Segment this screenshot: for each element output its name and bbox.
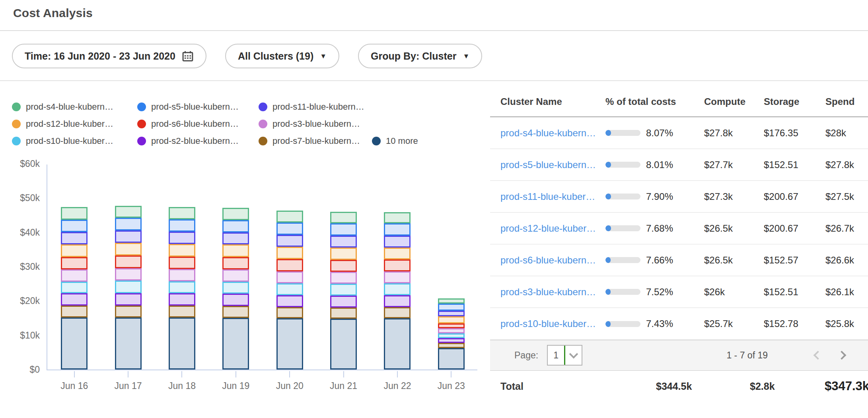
bar-segment[interactable] xyxy=(169,232,195,244)
bar-segment[interactable] xyxy=(384,318,411,370)
stacked-bar[interactable] xyxy=(276,211,303,370)
stacked-bar[interactable] xyxy=(61,207,88,370)
bar-segment[interactable] xyxy=(61,220,88,232)
legend-item[interactable]: 10 more xyxy=(372,136,490,146)
bar-segment[interactable] xyxy=(169,293,195,306)
legend-item[interactable]: prod-s5-blue-kubern… xyxy=(137,102,259,112)
bar-segment[interactable] xyxy=(438,333,465,338)
bar-segment[interactable] xyxy=(115,206,142,218)
bar-segment[interactable] xyxy=(115,293,142,306)
bar-segment[interactable] xyxy=(438,304,465,310)
bar-segment[interactable] xyxy=(115,218,142,230)
bar-segment[interactable] xyxy=(276,259,303,271)
bar-segment[interactable] xyxy=(61,269,88,282)
bar-segment[interactable] xyxy=(222,282,249,294)
page-select[interactable]: 1 xyxy=(547,345,582,366)
legend-item[interactable]: prod-s6-blue-kubern… xyxy=(137,119,259,129)
bar-segment[interactable] xyxy=(276,283,303,295)
bar-segment[interactable] xyxy=(115,306,142,317)
bar-segment[interactable] xyxy=(330,272,357,284)
bar-segment[interactable] xyxy=(169,219,195,232)
bar-segment[interactable] xyxy=(222,220,249,232)
bar-segment[interactable] xyxy=(384,248,411,259)
legend-item[interactable]: prod-s2-blue-kubern… xyxy=(137,136,259,146)
bar-segment[interactable] xyxy=(276,235,303,247)
bar-segment[interactable] xyxy=(222,306,249,317)
time-range-filter[interactable]: Time: 16 Jun 2020 - 23 Jun 2020 xyxy=(12,44,206,68)
bar-segment[interactable] xyxy=(222,257,249,269)
bar-segment[interactable] xyxy=(330,212,357,223)
bar-segment[interactable] xyxy=(276,295,303,307)
bar-segment[interactable] xyxy=(276,318,303,370)
bar-segment[interactable] xyxy=(115,230,142,243)
bar-segment[interactable] xyxy=(276,271,303,283)
legend-item[interactable]: prod-s10-blue-kuber… xyxy=(12,136,137,146)
cluster-name-link[interactable]: prod-s11-blue-kuber… xyxy=(500,191,595,202)
bar-segment[interactable] xyxy=(330,319,357,370)
bar-segment[interactable] xyxy=(222,232,249,244)
cluster-name-link[interactable]: prod-s3-blue-kubern… xyxy=(500,286,596,297)
bar-segment[interactable] xyxy=(61,232,88,244)
bar-segment[interactable] xyxy=(222,244,249,257)
bar-segment[interactable] xyxy=(222,269,249,282)
bar-segment[interactable] xyxy=(169,269,195,281)
legend-item[interactable]: prod-s11-blue-kubern… xyxy=(259,102,372,112)
legend-item[interactable]: prod-s3-blue-kubern… xyxy=(259,119,372,129)
clusters-filter[interactable]: All Clusters (19) ▼ xyxy=(225,44,339,68)
bar-segment[interactable] xyxy=(115,243,142,255)
bar-segment[interactable] xyxy=(169,281,195,293)
bar-segment[interactable] xyxy=(384,223,411,235)
stacked-bar[interactable] xyxy=(438,298,465,370)
bar-segment[interactable] xyxy=(384,259,411,271)
bar-segment[interactable] xyxy=(276,223,303,235)
bar-segment[interactable] xyxy=(384,236,411,248)
bar-segment[interactable] xyxy=(438,338,465,343)
bar-segment[interactable] xyxy=(115,268,142,281)
bar-segment[interactable] xyxy=(330,223,357,235)
bar-segment[interactable] xyxy=(276,307,303,318)
group-by-filter[interactable]: Group By: Cluster ▼ xyxy=(358,44,482,68)
bar-segment[interactable] xyxy=(169,306,195,317)
cluster-name-link[interactable]: prod-s6-blue-kubern… xyxy=(500,255,596,265)
bar-segment[interactable] xyxy=(384,212,411,223)
bar-segment[interactable] xyxy=(115,281,142,293)
bar-segment[interactable] xyxy=(438,311,465,317)
legend-item[interactable]: prod-s7-blue-kubern… xyxy=(259,136,372,146)
bar-segment[interactable] xyxy=(61,244,88,257)
bar-segment[interactable] xyxy=(222,294,249,306)
bar-segment[interactable] xyxy=(169,207,195,219)
bar-segment[interactable] xyxy=(169,257,195,269)
cluster-name-link[interactable]: prod-s12-blue-kuber… xyxy=(500,223,596,234)
bar-segment[interactable] xyxy=(438,316,465,323)
bar-segment[interactable] xyxy=(61,293,88,306)
bar-segment[interactable] xyxy=(276,211,303,223)
bar-segment[interactable] xyxy=(330,284,357,295)
prev-page-button[interactable] xyxy=(806,352,830,358)
bar-segment[interactable] xyxy=(330,236,357,248)
cluster-name-link[interactable]: prod-s5-blue-kubern… xyxy=(500,159,596,170)
stacked-bar[interactable] xyxy=(330,212,357,370)
bar-segment[interactable] xyxy=(330,260,357,272)
bar-segment[interactable] xyxy=(61,317,88,370)
bar-segment[interactable] xyxy=(384,307,411,318)
bar-segment[interactable] xyxy=(222,318,249,370)
stacked-bar[interactable] xyxy=(384,212,411,370)
stacked-bar[interactable] xyxy=(222,208,249,370)
bar-segment[interactable] xyxy=(438,298,465,304)
bar-segment[interactable] xyxy=(115,317,142,370)
legend-item[interactable]: prod-s12-blue-kuber… xyxy=(12,119,137,129)
bar-segment[interactable] xyxy=(169,244,195,257)
bar-segment[interactable] xyxy=(438,343,465,348)
bar-segment[interactable] xyxy=(61,306,88,317)
cluster-name-link[interactable]: prod-s4-blue-kubern… xyxy=(500,128,596,138)
stacked-bar[interactable] xyxy=(115,206,142,370)
bar-segment[interactable] xyxy=(438,348,465,370)
bar-segment[interactable] xyxy=(330,248,357,260)
next-page-button[interactable] xyxy=(830,352,854,358)
stacked-bar[interactable] xyxy=(169,207,195,370)
bar-segment[interactable] xyxy=(384,295,411,307)
bar-segment[interactable] xyxy=(330,296,357,308)
bar-segment[interactable] xyxy=(169,317,195,370)
bar-segment[interactable] xyxy=(222,208,249,220)
bar-segment[interactable] xyxy=(61,207,88,220)
